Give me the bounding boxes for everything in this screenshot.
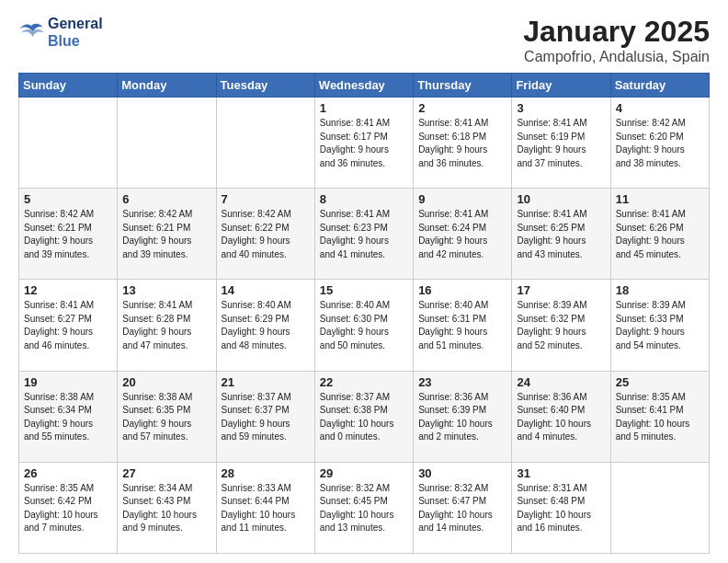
day-info: Sunrise: 8:41 AMSunset: 6:18 PMDaylight:…	[418, 117, 506, 170]
day-number: 5	[24, 192, 112, 206]
table-row: 8Sunrise: 8:41 AMSunset: 6:23 PMDaylight…	[314, 189, 413, 280]
day-number: 31	[517, 466, 605, 480]
table-row	[118, 98, 216, 189]
calendar-header-row: Sunday Monday Tuesday Wednesday Thursday…	[19, 74, 710, 98]
day-number: 21	[222, 375, 310, 389]
day-number: 19	[24, 375, 112, 389]
day-info: Sunrise: 8:31 AMSunset: 6:48 PMDaylight:…	[517, 482, 605, 535]
month-year-title: January 2025	[523, 15, 710, 49]
day-info: Sunrise: 8:35 AMSunset: 6:42 PMDaylight:…	[24, 482, 112, 535]
day-number: 13	[122, 283, 210, 297]
table-row: 16Sunrise: 8:40 AMSunset: 6:31 PMDayligh…	[414, 280, 512, 371]
calendar-week-row: 26Sunrise: 8:35 AMSunset: 6:42 PMDayligh…	[19, 462, 710, 553]
table-row: 28Sunrise: 8:33 AMSunset: 6:44 PMDayligh…	[216, 462, 314, 553]
day-info: Sunrise: 8:41 AMSunset: 6:25 PMDaylight:…	[517, 208, 605, 261]
calendar-week-row: 5Sunrise: 8:42 AMSunset: 6:21 PMDaylight…	[19, 189, 710, 280]
day-info: Sunrise: 8:42 AMSunset: 6:21 PMDaylight:…	[122, 208, 210, 261]
day-number: 11	[616, 192, 704, 206]
calendar-week-row: 12Sunrise: 8:41 AMSunset: 6:27 PMDayligh…	[19, 280, 710, 371]
day-info: Sunrise: 8:32 AMSunset: 6:45 PMDaylight:…	[320, 482, 408, 535]
calendar-table: Sunday Monday Tuesday Wednesday Thursday…	[18, 73, 710, 554]
table-row: 18Sunrise: 8:39 AMSunset: 6:33 PMDayligh…	[610, 280, 709, 371]
day-info: Sunrise: 8:36 AMSunset: 6:39 PMDaylight:…	[418, 391, 506, 444]
table-row: 9Sunrise: 8:41 AMSunset: 6:24 PMDaylight…	[414, 189, 512, 280]
day-info: Sunrise: 8:36 AMSunset: 6:40 PMDaylight:…	[517, 391, 605, 444]
logo-text: General Blue	[48, 15, 103, 50]
day-info: Sunrise: 8:38 AMSunset: 6:34 PMDaylight:…	[24, 391, 112, 444]
logo-icon	[18, 21, 44, 43]
table-row: 31Sunrise: 8:31 AMSunset: 6:48 PMDayligh…	[512, 462, 610, 553]
col-saturday: Saturday	[610, 74, 709, 98]
day-number: 15	[320, 283, 408, 297]
table-row: 20Sunrise: 8:38 AMSunset: 6:35 PMDayligh…	[118, 371, 216, 462]
day-number: 17	[517, 283, 605, 297]
table-row: 30Sunrise: 8:32 AMSunset: 6:47 PMDayligh…	[414, 462, 512, 553]
day-number: 29	[320, 466, 408, 480]
calendar-week-row: 19Sunrise: 8:38 AMSunset: 6:34 PMDayligh…	[19, 371, 710, 462]
day-number: 20	[122, 375, 210, 389]
day-number: 7	[222, 192, 310, 206]
day-number: 4	[616, 101, 704, 115]
day-number: 25	[616, 375, 704, 389]
table-row: 7Sunrise: 8:42 AMSunset: 6:22 PMDaylight…	[216, 189, 314, 280]
day-info: Sunrise: 8:41 AMSunset: 6:23 PMDaylight:…	[320, 208, 408, 261]
day-info: Sunrise: 8:35 AMSunset: 6:41 PMDaylight:…	[616, 391, 704, 444]
table-row: 24Sunrise: 8:36 AMSunset: 6:40 PMDayligh…	[512, 371, 610, 462]
table-row	[19, 98, 118, 189]
table-row: 15Sunrise: 8:40 AMSunset: 6:30 PMDayligh…	[314, 280, 413, 371]
col-tuesday: Tuesday	[216, 74, 314, 98]
day-number: 26	[24, 466, 112, 480]
table-row: 12Sunrise: 8:41 AMSunset: 6:27 PMDayligh…	[19, 280, 118, 371]
table-row	[216, 98, 314, 189]
day-number: 6	[122, 192, 210, 206]
table-row: 2Sunrise: 8:41 AMSunset: 6:18 PMDaylight…	[414, 98, 512, 189]
table-row: 19Sunrise: 8:38 AMSunset: 6:34 PMDayligh…	[19, 371, 118, 462]
day-info: Sunrise: 8:41 AMSunset: 6:17 PMDaylight:…	[320, 117, 408, 170]
col-monday: Monday	[118, 74, 216, 98]
table-row: 23Sunrise: 8:36 AMSunset: 6:39 PMDayligh…	[414, 371, 512, 462]
table-row: 29Sunrise: 8:32 AMSunset: 6:45 PMDayligh…	[314, 462, 413, 553]
day-number: 24	[517, 375, 605, 389]
table-row: 1Sunrise: 8:41 AMSunset: 6:17 PMDaylight…	[314, 98, 413, 189]
table-row: 26Sunrise: 8:35 AMSunset: 6:42 PMDayligh…	[19, 462, 118, 553]
day-info: Sunrise: 8:40 AMSunset: 6:29 PMDaylight:…	[222, 299, 310, 352]
day-info: Sunrise: 8:37 AMSunset: 6:37 PMDaylight:…	[222, 391, 310, 444]
page: General Blue January 2025 Campofrio, And…	[0, 0, 728, 563]
table-row: 25Sunrise: 8:35 AMSunset: 6:41 PMDayligh…	[610, 371, 709, 462]
day-info: Sunrise: 8:41 AMSunset: 6:27 PMDaylight:…	[24, 299, 112, 352]
col-thursday: Thursday	[414, 74, 512, 98]
table-row: 6Sunrise: 8:42 AMSunset: 6:21 PMDaylight…	[118, 189, 216, 280]
day-info: Sunrise: 8:39 AMSunset: 6:33 PMDaylight:…	[616, 299, 704, 352]
day-info: Sunrise: 8:34 AMSunset: 6:43 PMDaylight:…	[122, 482, 210, 535]
day-info: Sunrise: 8:40 AMSunset: 6:30 PMDaylight:…	[320, 299, 408, 352]
day-info: Sunrise: 8:41 AMSunset: 6:19 PMDaylight:…	[517, 117, 605, 170]
day-number: 12	[24, 283, 112, 297]
table-row: 21Sunrise: 8:37 AMSunset: 6:37 PMDayligh…	[216, 371, 314, 462]
title-block: January 2025 Campofrio, Andalusia, Spain	[523, 15, 710, 65]
day-number: 16	[418, 283, 506, 297]
table-row: 10Sunrise: 8:41 AMSunset: 6:25 PMDayligh…	[512, 189, 610, 280]
day-info: Sunrise: 8:42 AMSunset: 6:22 PMDaylight:…	[222, 208, 310, 261]
day-info: Sunrise: 8:32 AMSunset: 6:47 PMDaylight:…	[418, 482, 506, 535]
table-row: 13Sunrise: 8:41 AMSunset: 6:28 PMDayligh…	[118, 280, 216, 371]
col-sunday: Sunday	[19, 74, 118, 98]
day-number: 23	[418, 375, 506, 389]
day-info: Sunrise: 8:41 AMSunset: 6:24 PMDaylight:…	[418, 208, 506, 261]
day-info: Sunrise: 8:41 AMSunset: 6:26 PMDaylight:…	[616, 208, 704, 261]
day-number: 22	[320, 375, 408, 389]
location-subtitle: Campofrio, Andalusia, Spain	[523, 49, 710, 65]
day-info: Sunrise: 8:37 AMSunset: 6:38 PMDaylight:…	[320, 391, 408, 444]
logo: General Blue	[18, 15, 103, 50]
day-number: 10	[517, 192, 605, 206]
table-row: 5Sunrise: 8:42 AMSunset: 6:21 PMDaylight…	[19, 189, 118, 280]
day-info: Sunrise: 8:38 AMSunset: 6:35 PMDaylight:…	[122, 391, 210, 444]
day-info: Sunrise: 8:42 AMSunset: 6:21 PMDaylight:…	[24, 208, 112, 261]
day-number: 30	[418, 466, 506, 480]
day-number: 3	[517, 101, 605, 115]
table-row: 14Sunrise: 8:40 AMSunset: 6:29 PMDayligh…	[216, 280, 314, 371]
day-number: 9	[418, 192, 506, 206]
header: General Blue January 2025 Campofrio, And…	[18, 15, 710, 65]
calendar-week-row: 1Sunrise: 8:41 AMSunset: 6:17 PMDaylight…	[19, 98, 710, 189]
day-number: 14	[222, 283, 310, 297]
day-info: Sunrise: 8:41 AMSunset: 6:28 PMDaylight:…	[122, 299, 210, 352]
